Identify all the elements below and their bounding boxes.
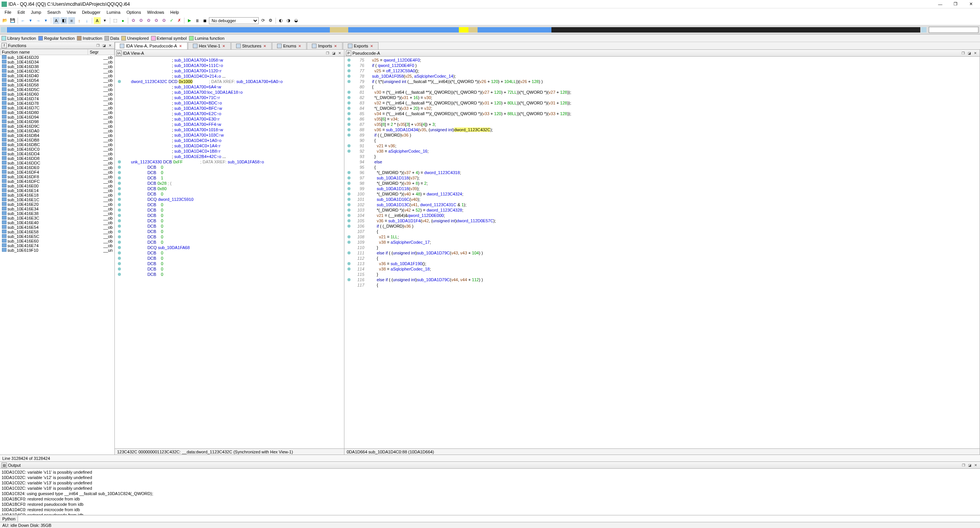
- ida-disassembly[interactable]: ; sub_10DA1A700+1058↑w ; sub_10DA1A700+1…: [115, 57, 344, 448]
- function-row[interactable]: sub_10E416D54__ob: [0, 78, 114, 83]
- function-row[interactable]: sub_10E416DD8__ob: [0, 156, 114, 161]
- pc-close-icon[interactable]: ✕: [973, 51, 978, 56]
- menu-file[interactable]: File: [2, 9, 15, 15]
- tab[interactable]: Hex View-1×: [188, 42, 231, 49]
- menu-help[interactable]: Help: [167, 9, 182, 15]
- tool-d-icon[interactable]: ↕: [76, 17, 83, 24]
- function-row[interactable]: sub_10E416E54__ob: [0, 225, 114, 230]
- tab-close-icon[interactable]: ×: [263, 44, 267, 48]
- pause-icon[interactable]: ⏸: [194, 17, 201, 24]
- out-pop-icon[interactable]: ◪: [967, 463, 972, 468]
- function-row[interactable]: sub_10E416D34__ob: [0, 60, 114, 64]
- function-row[interactable]: sub_10E416DF4__ob: [0, 170, 114, 174]
- function-row[interactable]: sub_10E416D20__ob: [0, 55, 114, 60]
- tab[interactable]: IDA View-A, Pseudocode-A×: [115, 42, 188, 49]
- menu-lumina[interactable]: Lumina: [103, 9, 123, 15]
- function-row[interactable]: sub_10E416D3C__ob: [0, 69, 114, 73]
- dbg4-icon[interactable]: ◑: [285, 17, 292, 24]
- mark2-icon[interactable]: ●: [119, 17, 126, 24]
- function-row[interactable]: sub_10E416D5C__ob: [0, 87, 114, 92]
- save-icon[interactable]: 💾: [9, 17, 16, 24]
- function-row[interactable]: sub_10E416D78__ob: [0, 101, 114, 106]
- function-row[interactable]: sub_10E416E14__ob: [0, 188, 114, 193]
- lum4-icon[interactable]: ✿: [153, 17, 160, 24]
- hl-icon[interactable]: A: [94, 17, 101, 24]
- ida-restore-icon[interactable]: ❐: [325, 51, 330, 56]
- function-row[interactable]: sub_10E416DBC__ob: [0, 142, 114, 147]
- menu-edit[interactable]: Edit: [15, 9, 28, 15]
- fwd-icon[interactable]: →: [35, 17, 42, 24]
- tool-c-icon[interactable]: ≡: [68, 17, 75, 24]
- tab-close-icon[interactable]: ×: [298, 44, 302, 48]
- function-row[interactable]: sub_10E416DC0__ob: [0, 147, 114, 152]
- function-row[interactable]: sub_10E416D94__ob: [0, 115, 114, 119]
- function-row[interactable]: sub_10E416DDC__ob: [0, 161, 114, 165]
- function-row[interactable]: sub_10E416DB8__ob: [0, 138, 114, 142]
- function-row[interactable]: sub_10E416E1C__ob: [0, 197, 114, 202]
- run-icon[interactable]: ▶: [186, 17, 193, 24]
- lum2-icon[interactable]: ✿: [137, 17, 144, 24]
- function-row[interactable]: sub_10E416E38__ob: [0, 211, 114, 216]
- lum-x-icon[interactable]: ✗: [176, 17, 183, 24]
- menu-options[interactable]: Options: [124, 9, 144, 15]
- menu-view[interactable]: View: [64, 9, 79, 15]
- function-row[interactable]: sub_10E416E20__ob: [0, 202, 114, 207]
- back-drop-icon[interactable]: ▾: [27, 17, 34, 24]
- out-restore-icon[interactable]: ❐: [961, 463, 966, 468]
- function-row[interactable]: sub_10E416E58__ob: [0, 230, 114, 234]
- nav-spectrum[interactable]: [7, 27, 920, 33]
- function-row[interactable]: sub_10E416D9C__ob: [0, 124, 114, 129]
- function-row[interactable]: sub_10E416D60__ob: [0, 92, 114, 96]
- output-body[interactable]: 10DA1C02C: variable 'v11' is possibly un…: [0, 469, 980, 515]
- tab-close-icon[interactable]: ×: [222, 44, 226, 48]
- function-row[interactable]: sub_10E416D98__ob: [0, 119, 114, 124]
- out-close-icon[interactable]: ✕: [973, 463, 978, 468]
- nav-dropdown[interactable]: [929, 27, 978, 33]
- func-pop-icon[interactable]: ◪: [101, 43, 107, 48]
- tab[interactable]: Imports×: [307, 42, 342, 49]
- function-row[interactable]: sub_10E416DF8__ob: [0, 174, 114, 179]
- function-row[interactable]: sub_10E619F10__un: [0, 248, 114, 253]
- tab[interactable]: Enums×: [272, 42, 307, 49]
- debugger-select[interactable]: No debugger: [209, 17, 259, 24]
- ida-pop-icon[interactable]: ◪: [331, 51, 336, 56]
- tab-close-icon[interactable]: ×: [179, 44, 183, 48]
- function-row[interactable]: sub_10E416DFC__ob: [0, 179, 114, 184]
- function-row[interactable]: sub_10E416E60__ob: [0, 239, 114, 243]
- tab[interactable]: Exports×: [343, 42, 378, 49]
- tab-close-icon[interactable]: ×: [334, 44, 338, 48]
- tool-b-icon[interactable]: ◧: [60, 17, 67, 24]
- function-row[interactable]: sub_10E416DB4__ob: [0, 133, 114, 138]
- nav-right-icon[interactable]: [921, 27, 926, 33]
- stop-icon[interactable]: ⏹: [201, 17, 208, 24]
- function-row[interactable]: sub_10E416E18__ob: [0, 193, 114, 197]
- function-row[interactable]: sub_10E416D74__ob: [0, 96, 114, 101]
- function-row[interactable]: sub_10E416E74__ob: [0, 243, 114, 248]
- tool-a-icon[interactable]: A: [53, 17, 60, 24]
- close-button[interactable]: ✕: [963, 0, 978, 8]
- open-icon[interactable]: 📂: [2, 17, 8, 24]
- minimize-button[interactable]: —: [933, 0, 948, 8]
- function-row[interactable]: sub_10E416D80__ob: [0, 110, 114, 115]
- mark1-icon[interactable]: ⬚: [112, 17, 119, 24]
- function-row[interactable]: sub_10E416D58__ob: [0, 83, 114, 87]
- menu-jump[interactable]: Jump: [28, 9, 44, 15]
- lum5-icon[interactable]: ✿: [160, 17, 167, 24]
- pseudocode-body[interactable]: 75 v25 = qword_112D0E4F0;76 if ( qword_1…: [344, 57, 980, 448]
- function-row[interactable]: sub_10E416E3C__ob: [0, 216, 114, 220]
- dbg3-icon[interactable]: ◐: [277, 17, 284, 24]
- python-input[interactable]: [18, 516, 980, 521]
- lum-ok-icon[interactable]: ✓: [168, 17, 175, 24]
- tab[interactable]: Structures×: [231, 42, 272, 49]
- menu-search[interactable]: Search: [44, 9, 64, 15]
- function-row[interactable]: sub_10E416DD4__ob: [0, 152, 114, 156]
- ida-close-icon[interactable]: ✕: [337, 51, 342, 56]
- func-restore-icon[interactable]: ❐: [95, 43, 101, 48]
- function-row[interactable]: sub_10E416E40__ob: [0, 220, 114, 225]
- tool-e-icon[interactable]: ↓: [83, 17, 90, 24]
- func-close-icon[interactable]: ✕: [108, 43, 113, 48]
- function-row[interactable]: sub_10E416E00__ob: [0, 184, 114, 188]
- menu-debugger[interactable]: Debugger: [79, 9, 103, 15]
- function-row[interactable]: sub_10E416DE0__ob: [0, 165, 114, 170]
- function-row[interactable]: sub_10E416D7C__ob: [0, 106, 114, 110]
